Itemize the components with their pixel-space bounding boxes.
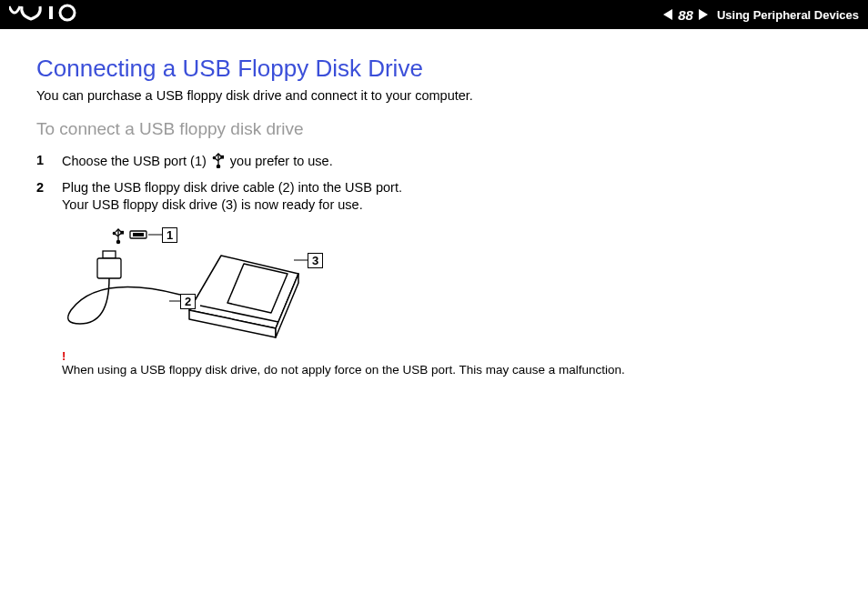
header-bar: 88 Using Peripheral Devices [0, 0, 868, 29]
step-number: 2 [36, 179, 62, 197]
callout-3: 3 [308, 253, 323, 268]
caution-text: When using a USB floppy disk drive, do n… [62, 363, 832, 377]
svg-point-4 [213, 156, 215, 158]
svg-point-1 [60, 5, 75, 20]
svg-rect-0 [49, 6, 53, 19]
svg-rect-11 [133, 233, 144, 236]
svg-point-7 [116, 240, 119, 243]
floppy-drive-figure: 1 2 3 [62, 224, 335, 342]
svg-rect-5 [221, 156, 223, 158]
step-number: 1 [36, 152, 62, 170]
step-item: 1 Choose the USB port (1) you prefer to … [36, 152, 832, 174]
next-page-arrow[interactable] [699, 9, 708, 20]
steps-list: 1 Choose the USB port (1) you prefer to … [36, 152, 832, 215]
svg-point-3 [217, 165, 219, 167]
callout-1: 1 [162, 227, 177, 243]
svg-point-8 [113, 232, 115, 234]
step-text: Choose the USB port (1) you prefer to us… [62, 152, 333, 174]
section-label: Using Peripheral Devices [717, 8, 859, 22]
page-number: 88 [678, 7, 693, 23]
svg-rect-12 [103, 251, 116, 258]
callout-2: 2 [180, 294, 196, 309]
prev-page-arrow[interactable] [663, 9, 672, 20]
svg-rect-9 [121, 231, 123, 233]
step-text: Plug the USB floppy disk drive cable (2)… [62, 179, 402, 215]
svg-rect-13 [97, 258, 121, 278]
page-title: Connecting a USB Floppy Disk Drive [36, 55, 832, 83]
step-item: 2 Plug the USB floppy disk drive cable (… [36, 179, 832, 215]
usb-trident-icon [212, 152, 225, 174]
subtitle: To connect a USB floppy disk drive [36, 119, 832, 139]
intro-text: You can purchase a USB floppy disk drive… [36, 88, 832, 103]
vaio-logo [9, 4, 91, 25]
caution-icon: ! [62, 349, 832, 363]
